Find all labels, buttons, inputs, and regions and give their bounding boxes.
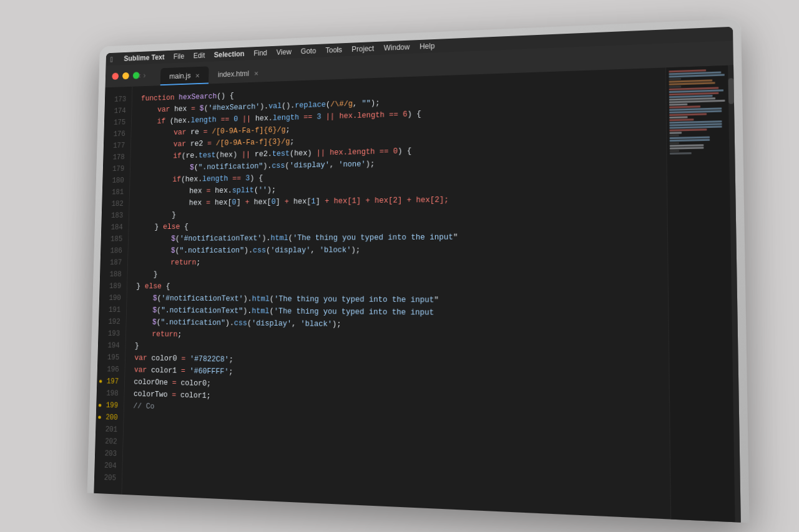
line-number: 174 <box>104 105 132 117</box>
back-arrow-icon[interactable]: ‹ <box>138 70 141 80</box>
line-number: 182 <box>102 198 129 210</box>
laptop-frame:  Sublime Text File Edit Selection Find … <box>87 18 750 522</box>
line-number: 189 <box>99 280 127 292</box>
scrollbar-thumb[interactable] <box>728 78 733 104</box>
traffic-lights <box>112 72 139 80</box>
line-number: 178 <box>103 151 130 163</box>
line-number: 185 <box>100 233 128 245</box>
line-number: 177 <box>104 140 131 152</box>
minimap-line <box>670 134 679 136</box>
minimap-line <box>669 118 694 121</box>
minimap-line <box>669 103 688 105</box>
minimap <box>665 65 741 522</box>
minimap-line <box>670 150 679 152</box>
line-number: 173 <box>105 93 132 105</box>
code-content[interactable]: function hexSearch() { var hex = $('#hex… <box>122 67 670 519</box>
line-number: 196 <box>97 363 125 375</box>
menu-tools[interactable]: Tools <box>325 46 342 54</box>
menu-find[interactable]: Find <box>253 49 267 57</box>
screen-bezel:  Sublime Text File Edit Selection Find … <box>94 26 740 522</box>
minimap-line <box>669 116 688 118</box>
minimap-content <box>666 65 735 158</box>
scrollbar[interactable] <box>728 65 741 522</box>
line-number: 191 <box>99 304 126 316</box>
code-area: 173 174 175 176 177 178 179 180 181 182 … <box>94 65 740 522</box>
line-number: 204 <box>94 459 122 472</box>
line-number: 179 <box>103 163 130 175</box>
line-number: 187 <box>100 256 127 268</box>
menu-project[interactable]: Project <box>351 44 374 53</box>
line-number: 201 <box>96 423 123 436</box>
tab-label: main.js <box>169 71 190 80</box>
minimap-line <box>670 144 704 147</box>
minimap-line <box>670 152 692 155</box>
line-number: 192 <box>99 316 126 328</box>
line-number: 193 <box>98 327 125 340</box>
line-number: 198 <box>97 387 124 399</box>
menu-app-name[interactable]: Sublime Text <box>124 52 165 62</box>
menu-view[interactable]: View <box>277 47 292 56</box>
line-number: 202 <box>95 435 122 448</box>
line-number: 176 <box>104 128 131 140</box>
line-number: 181 <box>102 186 130 198</box>
editor-wrapper: 173 174 175 176 177 178 179 180 181 182 … <box>94 65 740 522</box>
line-number: 186 <box>100 244 128 256</box>
line-number: 184 <box>101 221 129 233</box>
minimap-line <box>669 77 682 80</box>
minimap-line <box>670 142 679 143</box>
apple-logo-icon:  <box>110 55 114 64</box>
nav-arrows: ‹ › <box>138 70 145 80</box>
close-button[interactable] <box>112 72 119 79</box>
tab-close-icon[interactable]: ✕ <box>253 70 258 77</box>
line-number: 194 <box>98 339 125 352</box>
tab-main-js[interactable]: main.js ✕ <box>160 66 209 85</box>
line-number: 175 <box>104 116 132 128</box>
line-number: 190 <box>99 292 127 304</box>
line-number: 195 <box>97 351 125 364</box>
line-number: 205 <box>94 471 122 484</box>
tabs-area: main.js ✕ index.html ✕ <box>160 59 268 85</box>
tab-label: index.html <box>218 69 249 79</box>
minimap-line <box>670 147 704 149</box>
line-number: 203 <box>95 447 123 460</box>
forward-arrow-icon[interactable]: › <box>143 70 146 80</box>
menu-help[interactable]: Help <box>419 41 434 51</box>
menu-selection[interactable]: Selection <box>214 49 245 59</box>
line-number: 188 <box>100 268 127 280</box>
line-number: 199 <box>96 399 124 412</box>
code-line: } <box>137 268 668 281</box>
line-number: 183 <box>102 210 129 221</box>
menu-goto[interactable]: Goto <box>301 46 316 55</box>
tab-index-html[interactable]: index.html ✕ <box>208 64 268 84</box>
minimap-line <box>670 132 682 134</box>
menu-window[interactable]: Window <box>384 42 410 52</box>
menu-file[interactable]: File <box>174 52 185 60</box>
minimize-button[interactable] <box>122 72 129 79</box>
minimap-line <box>669 85 682 88</box>
line-number: 197 <box>97 375 124 387</box>
line-number: 200 <box>96 411 123 424</box>
menu-edit[interactable]: Edit <box>194 51 205 60</box>
tab-close-icon[interactable]: ✕ <box>195 72 200 79</box>
code-line: return; <box>137 256 668 269</box>
code-line: $(".notification").css('display', 'block… <box>137 243 668 257</box>
line-number: 180 <box>102 175 130 186</box>
